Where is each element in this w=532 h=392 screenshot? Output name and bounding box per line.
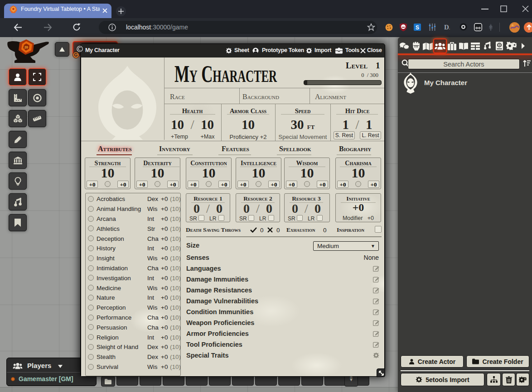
svg-text:20: 20 xyxy=(24,46,28,49)
svg-text:S: S xyxy=(416,24,419,31)
